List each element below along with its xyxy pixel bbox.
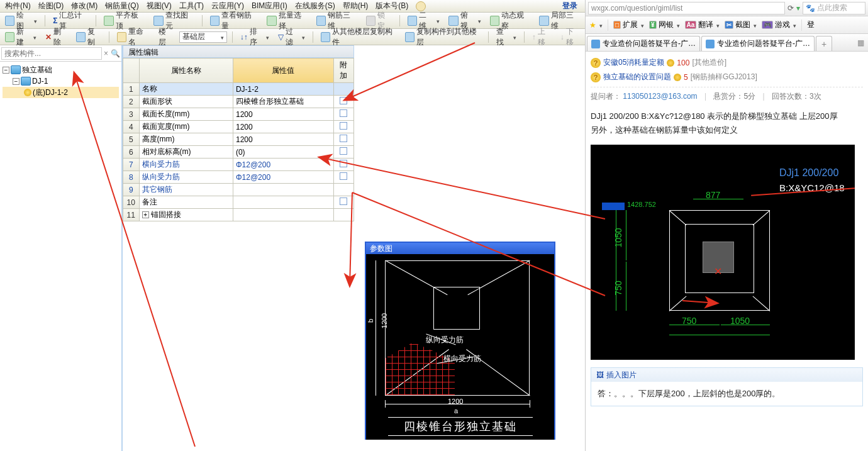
property-value[interactable]: [233, 196, 333, 209]
screenshot-button[interactable]: ✂截图: [725, 19, 757, 30]
property-extra[interactable]: [333, 196, 353, 209]
tree-label: 独立基础: [22, 65, 52, 75]
insert-picture-label[interactable]: 插入图片: [606, 370, 637, 381]
collapse-icon[interactable]: −: [13, 78, 19, 85]
refresh-icon[interactable]: ⟳: [787, 4, 794, 13]
row-number: 1: [123, 83, 140, 96]
property-extra[interactable]: [333, 108, 353, 121]
question-2[interactable]: ? 独立基础的设置问题 5 [钢筋抽样GGJ2013]: [591, 70, 863, 84]
property-value[interactable]: [233, 209, 333, 221]
property-row[interactable]: 4截面宽度(mm)1200: [123, 121, 354, 133]
component-tree-panel: × 🔍 − 独立基础 − DJ-1 (底)DJ-1-2: [0, 45, 123, 451]
meta-bounty: 悬赏分：5分: [713, 92, 755, 101]
paramfig-dim-h: 1200: [381, 313, 388, 328]
cad-diagram: 1428.752 ✕ 877 DJj1 200/200 B:X&YC12@18 …: [591, 145, 855, 360]
cube-icon: [21, 77, 31, 86]
property-row[interactable]: 5高度(mm)1200: [123, 133, 354, 146]
checkbox[interactable]: [340, 147, 347, 155]
checkbox[interactable]: [340, 160, 347, 167]
property-extra[interactable]: [333, 133, 353, 146]
checkbox[interactable]: [340, 122, 347, 130]
property-row[interactable]: 11+锚固搭接: [123, 209, 354, 221]
search-icon[interactable]: 🔍: [110, 47, 120, 60]
checkbox[interactable]: [340, 198, 347, 205]
row-number: 4: [123, 121, 140, 133]
checkbox[interactable]: [340, 109, 347, 117]
meta-replies: 回答次数：3次: [772, 92, 821, 101]
search-placeholder: 点此搜索: [817, 3, 847, 13]
tree-node-dj1[interactable]: − DJ-1: [3, 75, 119, 87]
property-value[interactable]: 1200: [233, 108, 333, 121]
property-row[interactable]: 2截面形状四棱锥台形独立基础: [123, 96, 354, 108]
property-value[interactable]: (0): [233, 146, 333, 159]
property-value[interactable]: DJ-1-2: [233, 83, 333, 96]
address-bar[interactable]: wxgx.com/question/giml/list: [588, 2, 785, 14]
dropdown-icon[interactable]: ▾: [796, 4, 800, 13]
browser-pane: wxgx.com/question/giml/list ⟳ ▾ 🐾 点此搜索 ★…: [585, 0, 868, 451]
question-points: 100: [677, 58, 689, 67]
row-number: 6: [123, 146, 140, 159]
row-number: 2: [123, 96, 140, 108]
browser-login-button[interactable]: 登: [807, 19, 815, 30]
browser-search[interactable]: 🐾 点此搜索: [803, 2, 865, 14]
row-number: 7: [123, 159, 140, 171]
game-button[interactable]: 🎮游戏: [762, 19, 796, 30]
property-row[interactable]: 10备注: [123, 196, 354, 209]
row-number: 5: [123, 133, 140, 146]
checkbox[interactable]: [340, 172, 347, 180]
clear-icon[interactable]: ×: [102, 49, 110, 58]
property-value[interactable]: Φ12@200: [233, 171, 333, 184]
property-row[interactable]: 9其它钢筋: [123, 184, 354, 196]
coin-icon: [674, 74, 681, 81]
property-extra[interactable]: [333, 83, 353, 96]
property-name: 纵向受力筋: [139, 171, 233, 184]
tree-node-foundation[interactable]: − 独立基础: [3, 64, 119, 75]
property-extra[interactable]: [333, 121, 353, 133]
col-header-value: 属性值: [233, 58, 333, 83]
question-category: [其他造价]: [692, 57, 726, 68]
tab-overflow[interactable]: ▦: [854, 38, 868, 47]
favicon: [706, 40, 715, 48]
floor-select[interactable]: 基础层: [179, 31, 227, 43]
translate-button[interactable]: Aa翻译: [685, 19, 720, 30]
property-extra[interactable]: [333, 184, 353, 196]
property-extra[interactable]: [333, 146, 353, 159]
property-row[interactable]: 1名称DJ-1-2: [123, 83, 354, 96]
parameter-figure: 参数图 纵向受力筋 横向受力筋: [365, 242, 555, 440]
paw-icon: 🐾: [806, 4, 815, 13]
tab-label: 专业造价问题答疑平台-广…: [717, 38, 810, 49]
property-value[interactable]: Φ12@200: [233, 159, 333, 171]
property-extra[interactable]: [333, 96, 353, 108]
tab-new[interactable]: +: [816, 36, 832, 51]
fav-button[interactable]: ★: [589, 21, 603, 30]
search-input[interactable]: [1, 47, 102, 60]
tree-node-dj1-2[interactable]: (底)DJ-1-2: [3, 87, 119, 98]
property-value[interactable]: 四棱锥台形独立基础: [233, 96, 333, 108]
tab-1[interactable]: 专业造价问题答疑平台-广…: [587, 36, 700, 51]
property-row[interactable]: 3截面长度(mm)1200: [123, 108, 354, 121]
question-1[interactable]: ? 安徽05消耗量定额 100 [其他造价]: [591, 55, 863, 70]
expand-icon[interactable]: +: [142, 211, 149, 218]
cad-coord: 1428.752: [627, 201, 656, 208]
property-row[interactable]: 6相对底标高(m)(0): [123, 146, 354, 159]
property-name: +锚固搭接: [139, 209, 233, 221]
property-extra[interactable]: [333, 159, 353, 171]
collapse-icon[interactable]: −: [3, 67, 9, 74]
question-points: 5: [684, 73, 688, 82]
property-name: 截面宽度(mm): [139, 121, 233, 133]
checkbox[interactable]: [340, 135, 347, 142]
property-value[interactable]: [233, 184, 333, 196]
ext-button[interactable]: □扩展: [613, 19, 644, 30]
question-icon: ?: [591, 58, 601, 68]
property-value[interactable]: 1200: [233, 133, 333, 146]
property-extra[interactable]: [333, 209, 353, 221]
paramfig-caption: 四棱锥台形独立基础: [388, 417, 533, 436]
property-row[interactable]: 8纵向受力筋Φ12@200: [123, 171, 354, 184]
bank-button[interactable]: ¥网银: [649, 19, 680, 30]
paramfig-title: 参数图: [366, 243, 554, 254]
checkbox[interactable]: [340, 97, 347, 104]
tab-2[interactable]: 专业造价问题答疑平台-广…: [701, 36, 815, 51]
property-value[interactable]: 1200: [233, 121, 333, 133]
property-row[interactable]: 7横向受力筋Φ12@200: [123, 159, 354, 171]
property-extra[interactable]: [333, 171, 353, 184]
